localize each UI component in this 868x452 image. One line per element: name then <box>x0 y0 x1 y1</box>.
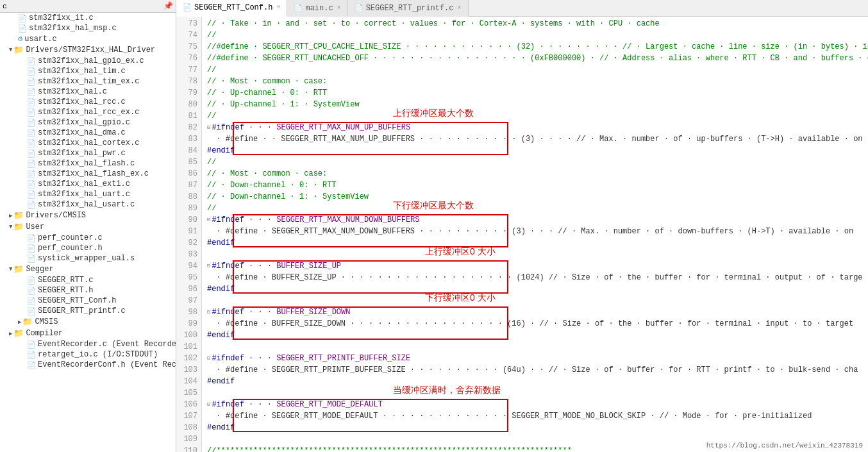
file-icon: 📄 <box>18 24 27 33</box>
code-line-83: · #define · · SEGGER_RTT_MAX_NUM_UP_BUFF… <box>207 133 868 145</box>
file-icon: 📄 <box>27 297 36 305</box>
sidebar-item-label: Compiler <box>26 329 63 338</box>
code-line-93 <box>207 249 868 260</box>
tab-label: SEGGER_RTT_Conf.h <box>194 3 272 12</box>
code-line-86: // · Most · common · case: <box>207 168 868 180</box>
expand-icon[interactable]: ▼ <box>9 266 12 272</box>
code-line-75: //#define · SEGGER_RTT_CPU_CACHE_LINE_SI… <box>207 41 868 53</box>
sidebar-item-eventrecorder_c[interactable]: 📄EventRecorder.c (Event Recorder) <box>0 339 176 349</box>
code-content[interactable]: // · Take · in · and · set · to · correc… <box>202 17 868 452</box>
sidebar-pin-icon[interactable]: 📌 <box>163 1 173 11</box>
sidebar-item-stm32f1xx_hal_pwr[interactable]: 📄stm32f1xx_hal_pwr.c <box>0 148 176 158</box>
code-line-77: // <box>207 64 868 76</box>
file-icon: 📄 <box>27 255 36 263</box>
sidebar-item-stm32f1xx_it[interactable]: 📄stm32f1xx_it.c <box>0 13 176 23</box>
sidebar-item-stm32f1xx_hal_msp[interactable]: 📄stm32f1xx_hal_msp.c <box>0 23 176 33</box>
line-number-110: 110 <box>176 445 197 452</box>
file-icon: 📄 <box>27 190 36 199</box>
line-number-75: 75 <box>176 41 197 53</box>
sidebar-item-usart[interactable]: ⚙usart.c <box>0 33 176 44</box>
line-number-104: 104 <box>176 376 197 387</box>
expand-icon[interactable]: ▼ <box>9 47 12 53</box>
sidebar-item-stm32f1xx_hal_gpio[interactable]: 📄stm32f1xx_hal_gpio.c <box>0 117 176 128</box>
file-icon: 📄 <box>27 78 36 86</box>
folder-icon: 📁 <box>13 210 24 221</box>
file-icon: 📄 <box>27 129 36 137</box>
sidebar-item-stm32f1xx_hal_tim[interactable]: 📄stm32f1xx_hal_tim.c <box>0 66 176 76</box>
sidebar-item-drivers_cmsis[interactable]: ▶ 📁Drivers/CMSIS <box>0 210 176 221</box>
file-icon: 📄 <box>27 139 36 147</box>
tab-tab2[interactable]: 📄 main.c × <box>287 0 347 17</box>
sidebar-item-cmsis[interactable]: ▶ 📁CMSIS <box>0 316 176 328</box>
sidebar-item-stm32f1xx_hal_rcc_ex[interactable]: 📄stm32f1xx_hal_rcc_ex.c <box>0 107 176 117</box>
line-number-80: 80 <box>176 99 197 110</box>
sidebar-item-label: usart.c <box>24 35 56 44</box>
line-number-86: 86 <box>176 168 197 180</box>
sidebar-item-segger_rtt_printf[interactable]: 📄SEGGER_RTT_printf.c <box>0 306 176 316</box>
expand-icon[interactable]: ▶ <box>9 330 12 337</box>
file-icon: 📄 <box>27 276 36 285</box>
sidebar-item-label: stm32f1xx_hal_rcc_ex.c <box>38 108 139 117</box>
sidebar-item-label: Segger <box>26 265 53 274</box>
sidebar-item-label: stm32f1xx_hal_pwr.c <box>38 149 126 158</box>
file-icon: 📄 <box>27 307 36 315</box>
sidebar-item-stm32f1xx_hal_cortex[interactable]: 📄stm32f1xx_hal_cortex.c <box>0 138 176 148</box>
line-number-105: 105 <box>176 387 197 399</box>
sidebar-item-label: CMSIS <box>35 317 58 326</box>
file-icon: 📄 <box>27 119 36 127</box>
sidebar-title: c <box>3 3 7 10</box>
sidebar-item-label: SEGGER_RTT.c <box>38 276 93 285</box>
sidebar-item-label: stm32f1xx_hal_usart.c <box>38 200 135 209</box>
tab-tab3[interactable]: 📄 SEGGER_RTT_printf.c × <box>348 0 469 17</box>
sidebar-item-stm32f1xx_hal_usart[interactable]: 📄stm32f1xx_hal_usart.c <box>0 199 176 210</box>
sidebar-item-systick_wrapper_ual[interactable]: 📄systick_wrapper_ual.s <box>0 253 176 264</box>
sidebar-item-stm32f1xx_hal_rcc[interactable]: 📄stm32f1xx_hal_rcc.c <box>0 97 176 107</box>
sidebar-item-stm32f1xx_hal_flash[interactable]: 📄stm32f1xx_hal_flash.c <box>0 158 176 169</box>
line-number-106: 106 <box>176 399 197 410</box>
line-number-94: 94 <box>176 260 197 272</box>
sidebar-item-label: Drivers/STM32F1xx_HAL_Driver <box>26 46 155 54</box>
expand-icon[interactable]: ▼ <box>9 224 12 230</box>
sidebar-item-perf_counter_c[interactable]: 📄perf_counter.c <box>0 233 176 243</box>
line-number-101: 101 <box>176 341 197 353</box>
expand-icon[interactable]: ▶ <box>18 319 21 326</box>
sidebar-item-stm32f1xx_hal[interactable]: 📄stm32f1xx_hal.c <box>0 87 176 97</box>
code-line-103: · #define · SEGGER_RTT_PRINTF_BUFFER_SIZ… <box>207 364 868 376</box>
sidebar-item-perf_counter_h[interactable]: 📄perf_counter.h <box>0 243 176 253</box>
sidebar-item-label: EventRecorderConf.h (Event Recc... <box>38 360 176 369</box>
sidebar-item-label: stm32f1xx_hal_flash.c <box>38 159 135 168</box>
sidebar-item-eventrecorderconf_h[interactable]: 📄EventRecorderConf.h (Event Recc... <box>0 360 176 370</box>
sidebar-item-compiler[interactable]: ▶ 📁Compiler <box>0 328 176 339</box>
close-icon[interactable]: × <box>276 4 280 11</box>
file-icon: 📄 <box>27 244 36 253</box>
sidebar-item-segger_rtt_h[interactable]: 📄SEGGER_RTT.h <box>0 285 176 296</box>
code-line-104: #endif <box>207 376 868 387</box>
editor-area: 📄 SEGGER_RTT_Conf.h ×📄 main.c ×📄 SEGGER_… <box>176 0 868 452</box>
sidebar-item-label: perf_counter.h <box>38 244 103 253</box>
tab-tab1[interactable]: 📄 SEGGER_RTT_Conf.h × <box>176 0 287 17</box>
close-icon[interactable]: × <box>458 4 462 12</box>
line-number-81: 81 <box>176 110 197 122</box>
line-number-90: 90 <box>176 214 197 226</box>
sidebar-item-label: SEGGER_RTT_Conf.h <box>38 296 116 305</box>
sidebar-item-stm32f1xx_hal_dma[interactable]: 📄stm32f1xx_hal_dma.c <box>0 128 176 138</box>
sidebar-item-segger_rtt_conf_h[interactable]: 📄SEGGER_RTT_Conf.h <box>0 296 176 306</box>
file-icon: 📄 <box>27 340 36 349</box>
sidebar-item-retarget_io[interactable]: 📄retarget_io.c (I/O:STDOUT) <box>0 349 176 360</box>
line-number-100: 100 <box>176 330 197 341</box>
code-line-97 <box>207 295 868 306</box>
sidebar-item-segger_rtt_c[interactable]: 📄SEGGER_RTT.c <box>0 275 176 285</box>
sidebar-item-stm32f1xx_hal_flash_ex[interactable]: 📄stm32f1xx_hal_flash_ex.c <box>0 169 176 179</box>
expand-icon[interactable]: ▶ <box>9 212 12 219</box>
sidebar-item-stm32f1xx_hal_uart[interactable]: 📄stm32f1xx_hal_uart.c <box>0 189 176 199</box>
sidebar-item-stm32f1xx_hal_tim_ex[interactable]: 📄stm32f1xx_hal_tim_ex.c <box>0 76 176 87</box>
sidebar-item-drivers_stm32[interactable]: ▼ 📁Drivers/STM32F1xx_HAL_Driver <box>0 44 176 56</box>
sidebar-item-stm32f1xx_hal_exti[interactable]: 📄stm32f1xx_hal_exti.c <box>0 179 176 189</box>
sidebar-item-user[interactable]: ▼ 📁User <box>0 221 176 233</box>
sidebar-item-stm32f1xx_hal_gpio_ex[interactable]: 📄stm32f1xx_hal_gpio_ex.c <box>0 56 176 66</box>
code-editor[interactable]: 7374757677787980818283848586878889909192… <box>176 17 868 452</box>
sidebar-item-label: stm32f1xx_hal.c <box>38 87 107 96</box>
sidebar-item-segger[interactable]: ▼ 📁Segger <box>0 264 176 275</box>
close-icon[interactable]: × <box>337 4 341 12</box>
line-number-98: 98 <box>176 306 197 318</box>
